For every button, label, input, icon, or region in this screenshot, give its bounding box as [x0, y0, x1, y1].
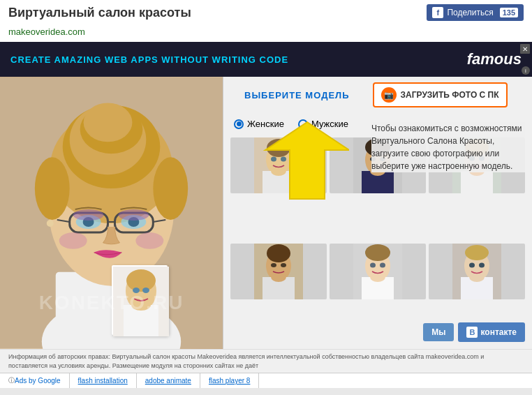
ad-info-button[interactable]: i: [522, 66, 530, 75]
fb-share-button[interactable]: f Поделиться 135: [427, 4, 524, 21]
model-1-svg: [254, 137, 303, 193]
ads-by-google: ⓘ Ads by Google: [0, 373, 70, 388]
svg-point-9: [84, 103, 133, 142]
vk-icon: B: [466, 327, 478, 338]
flash-installation-link[interactable]: flash installation: [70, 373, 137, 388]
upload-photo-button[interactable]: 📷 ЗАГРУЗИТЬ ФОТО С ПК: [373, 82, 508, 107]
gender-male-label: Мужские: [311, 119, 348, 129]
footer-content: Информация об авторских правах: Виртуаль…: [8, 353, 484, 369]
gender-male-option[interactable]: Мужские: [298, 119, 348, 129]
svg-point-25: [118, 209, 149, 221]
ad-close-button[interactable]: ✕: [520, 44, 530, 54]
svg-point-63: [365, 244, 390, 261]
right-panel: ВЫБЕРИТЕ МОДЕЛЬ 📷 ЗАГРУЗИТЬ ФОТО С ПК Же…: [223, 77, 532, 349]
svg-point-28: [126, 269, 156, 292]
main-content: KONEKTO.RU ВЫБЕРИТЕ МОДЕЛЬ 📷 ЗАГРУЗИТЬ Ф…: [0, 77, 532, 349]
ad-banner-text: CREATE AMAZING WEB APPS WITHOUT WRITING …: [10, 54, 288, 65]
site-link[interactable]: makeoveridea.com: [8, 27, 85, 37]
fb-share-count: 135: [500, 8, 518, 17]
model-item-1[interactable]: [230, 137, 327, 193]
svg-point-38: [271, 157, 276, 162]
ads-info-icon: ⓘ: [8, 376, 15, 385]
svg-point-74: [479, 262, 485, 267]
fb-share-label: Поделиться: [447, 8, 493, 17]
vk-social-button[interactable]: B контакте: [458, 322, 525, 342]
svg-point-24: [73, 209, 104, 221]
svg-point-60: [281, 263, 286, 267]
ads-label: Ads by Google: [15, 377, 61, 385]
select-model-tab[interactable]: ВЫБЕРИТЕ МОДЕЛЬ: [230, 87, 364, 104]
model-item-4[interactable]: [230, 244, 327, 299]
model-item-6[interactable]: [429, 244, 525, 299]
ad-banner: CREATE AMAZING WEB APPS WITHOUT WRITING …: [0, 42, 532, 77]
svg-point-11: [153, 157, 188, 220]
model-6-svg: [452, 244, 501, 299]
controls-row: ВЫБЕРИТЕ МОДЕЛЬ 📷 ЗАГРУЗИТЬ ФОТО С ПК: [223, 77, 532, 113]
male-radio[interactable]: [298, 119, 308, 129]
camera-icon: 📷: [381, 87, 397, 103]
svg-point-73: [469, 262, 475, 267]
svg-point-35: [267, 139, 290, 157]
site-link-bar: makeoveridea.com: [0, 22, 532, 42]
svg-point-58: [271, 272, 286, 282]
ad-brand: famous: [467, 50, 522, 68]
flash-player-link[interactable]: flash player 8: [200, 373, 259, 388]
vk-label: контакте: [480, 327, 517, 337]
svg-point-67: [380, 262, 385, 267]
info-text: Чтобы ознакомиться с возможностями Вирту…: [371, 122, 525, 172]
social-buttons-row: Мы B контакте: [423, 322, 525, 342]
header: Виртуальный салон красоты f Поделиться 1…: [0, 0, 532, 22]
adobe-animate-link[interactable]: adobe animate: [137, 373, 200, 388]
bottom-ad-bar: ⓘ Ads by Google flash installation adobe…: [0, 373, 532, 388]
svg-point-66: [370, 262, 376, 267]
svg-point-59: [271, 263, 276, 267]
footer-text: Информация об авторских правах: Виртуаль…: [0, 349, 532, 373]
gender-female-label: Женские: [247, 119, 284, 129]
fb-icon: f: [432, 7, 443, 18]
svg-point-22: [135, 232, 163, 249]
svg-point-23: [47, 220, 54, 227]
svg-point-10: [35, 157, 70, 220]
model-item-5[interactable]: [330, 244, 426, 299]
model-4-svg: [254, 244, 303, 299]
my-social-button[interactable]: Мы: [423, 323, 454, 341]
svg-point-70: [465, 245, 489, 260]
svg-point-21: [59, 232, 87, 249]
page-title: Виртуальный салон красоты: [8, 6, 191, 20]
svg-point-39: [281, 157, 286, 162]
female-radio[interactable]: [234, 119, 244, 129]
watermark: KONEKTO.RU: [39, 292, 184, 314]
model-5-svg: [353, 244, 402, 299]
svg-point-56: [267, 244, 290, 262]
gender-female-option[interactable]: Женские: [234, 119, 284, 129]
main-photo-area: KONEKTO.RU: [0, 77, 223, 349]
photo-panel: KONEKTO.RU: [0, 77, 223, 349]
upload-btn-label: ЗАГРУЗИТЬ ФОТО С ПК: [401, 90, 499, 100]
